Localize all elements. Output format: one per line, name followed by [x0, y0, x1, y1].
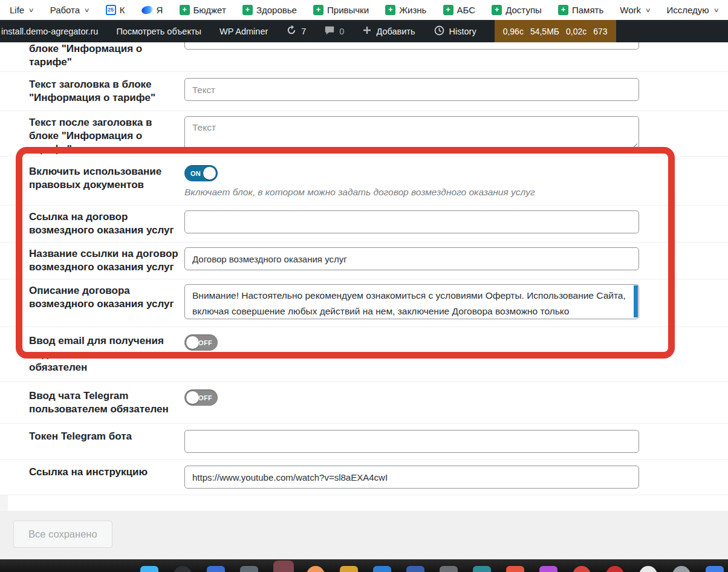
- taskbar-folder-app-icon[interactable]: [340, 566, 358, 572]
- updates-count: 7: [301, 27, 306, 36]
- view-objects-link[interactable]: Посмотреть объекты: [116, 27, 201, 36]
- taskbar-highlighted-red-app-icon[interactable]: [273, 561, 294, 572]
- bookmark-item[interactable]: +Здоровье: [242, 5, 297, 15]
- bookmark-label: Я: [157, 5, 163, 15]
- settings-row: Текст после заголовка в блоке "Информаци…: [0, 111, 728, 157]
- toggle-knob: [186, 391, 199, 404]
- bookmark-item[interactable]: Life∨: [10, 5, 34, 15]
- taskbar-white-app-icon[interactable]: [639, 566, 657, 572]
- tariff-title-text-input[interactable]: [184, 78, 639, 101]
- bookmark-label: АБС: [457, 5, 476, 15]
- settings-row: Ввод чата Telegram пользователем обязате…: [0, 382, 728, 424]
- history-link[interactable]: History: [434, 25, 476, 38]
- bookmark-item[interactable]: Work∨: [620, 5, 650, 15]
- settings-form: блоке "Информация о тарифе" Текст заголо…: [0, 42, 728, 495]
- google-sheets-icon: +: [492, 5, 502, 15]
- qm-queries: 673: [593, 27, 607, 36]
- taskbar-windows-start-icon[interactable]: [140, 566, 158, 572]
- wp-admin-bar: install.demo-agregator.ru Посмотреть объ…: [0, 20, 728, 42]
- taskbar-notes-app-icon[interactable]: [506, 566, 524, 572]
- bookmark-item[interactable]: +Память: [558, 5, 603, 15]
- bookmark-item[interactable]: Я: [141, 5, 163, 15]
- field-label: Ссылка на инструкцию: [29, 466, 184, 479]
- wp-adminer-link[interactable]: WP Adminer: [219, 27, 268, 36]
- qm-memory: 54,5МБ: [530, 27, 559, 36]
- browser-bookmarks-bar: Life∨Работа∨25КЯ+Бюджет+Здоровье+Привычк…: [0, 0, 728, 20]
- chevron-down-icon: ∨: [84, 7, 90, 13]
- chevron-down-icon: ∨: [28, 7, 34, 13]
- contract-description-textarea[interactable]: Внимание! Настоятельно рекомендуем ознак…: [184, 284, 639, 319]
- query-monitor-stats[interactable]: 0,96с 54,5МБ 0,02с 673: [495, 20, 616, 42]
- bookmark-label: Work: [620, 5, 641, 15]
- plus-icon: [362, 25, 372, 37]
- chevron-down-icon: ∨: [713, 7, 719, 13]
- bookmark-item[interactable]: +Жизнь: [385, 5, 426, 15]
- google-calendar-icon: 25: [106, 5, 116, 15]
- comments-count: 0: [339, 27, 344, 36]
- field-label: Описание договора возмездного оказания у…: [29, 284, 184, 311]
- updates-link[interactable]: 7: [286, 25, 306, 37]
- history-clock-icon: [434, 25, 445, 38]
- field-description: Включает блок, в котором можно задать до…: [184, 187, 728, 198]
- bookmark-item[interactable]: 25К: [106, 5, 125, 15]
- taskbar-teal-window-app-icon[interactable]: [473, 566, 491, 572]
- bookmark-label: Life: [10, 5, 24, 15]
- bookmark-label: Здоровье: [256, 5, 297, 15]
- field-label: Ссылка на договор возмездного оказания у…: [29, 210, 184, 237]
- taskbar-red-circle-app-icon[interactable]: [606, 566, 624, 572]
- bookmark-label: Доступы: [505, 5, 542, 15]
- toggle-knob: [203, 167, 216, 180]
- os-taskbar: [0, 559, 728, 572]
- site-name-label: install.demo-agregator.ru: [1, 27, 98, 36]
- taskbar-sphere-app-icon[interactable]: [672, 566, 691, 572]
- tariff-after-title-textarea[interactable]: [184, 116, 639, 151]
- settings-row: Ссылка на договор возмездного оказания у…: [0, 206, 728, 242]
- save-button[interactable]: Все сохранено: [13, 521, 112, 548]
- textarea-scrollbar[interactable]: [634, 285, 638, 317]
- field-label: Токен Telegram бота: [29, 430, 184, 443]
- instruction-link-input[interactable]: [184, 466, 639, 489]
- telegram-bot-token-input[interactable]: [184, 430, 639, 453]
- taskbar-blue-panel-app-icon[interactable]: [207, 566, 225, 572]
- contract-link-input[interactable]: [184, 210, 639, 233]
- toggle-knob: [186, 336, 199, 349]
- bookmark-item[interactable]: +АБС: [443, 5, 476, 15]
- comment-bubble-icon: [324, 25, 335, 37]
- settings-row: Ссылка на инструкцию: [0, 460, 728, 495]
- settings-row: Описание договора возмездного оказания у…: [0, 279, 728, 327]
- taskbar-blue-small-app-icon[interactable]: [706, 566, 724, 572]
- field-label: Текст после заголовка в блоке "Информаци…: [29, 116, 184, 156]
- field-label: блоке "Информация о тарифе": [29, 42, 184, 69]
- field-label: Ввод чата Telegram пользователем обязате…: [29, 389, 184, 416]
- bookmark-label: Привычки: [327, 5, 369, 15]
- updates-icon: [286, 25, 297, 37]
- google-sheets-icon: +: [443, 5, 453, 15]
- contract-link-name-input[interactable]: [184, 247, 639, 270]
- taskbar-monitor-app-icon[interactable]: [240, 566, 258, 572]
- field-label: Название ссылки на договор возмездного о…: [29, 247, 184, 274]
- taskbar-frame-app-icon[interactable]: [373, 566, 391, 572]
- bookmark-item[interactable]: Работа∨: [50, 5, 89, 15]
- taskbar-terminal-app-icon[interactable]: [440, 566, 458, 572]
- settings-row: Название ссылки на договор возмездного о…: [0, 242, 728, 279]
- add-new-link[interactable]: Добавить: [362, 25, 415, 37]
- legal-docs-toggle[interactable]: ON: [184, 165, 218, 181]
- taskbar-purple-app-icon[interactable]: [539, 566, 557, 572]
- taskbar-orange-circle-app-icon[interactable]: [307, 566, 325, 572]
- bookmark-label: Жизнь: [399, 5, 426, 15]
- email-required-toggle[interactable]: OFF: [184, 334, 218, 351]
- qm-db-time: 0,02с: [566, 27, 587, 36]
- bookmark-item[interactable]: +Доступы: [492, 5, 542, 15]
- taskbar-files-app-icon[interactable]: [406, 566, 424, 572]
- taskbar-red-oval-app-icon[interactable]: [573, 566, 591, 572]
- qm-page-time: 0,96с: [503, 27, 524, 36]
- bookmark-item[interactable]: Исследую∨: [667, 5, 718, 15]
- comments-link[interactable]: 0: [324, 25, 344, 37]
- settings-row: Текст заголовка в блоке "Информация о та…: [0, 72, 728, 111]
- bookmark-item[interactable]: +Привычки: [313, 5, 369, 15]
- telegram-chat-required-toggle[interactable]: OFF: [184, 389, 218, 406]
- taskbar-dark-browser-icon[interactable]: [174, 566, 192, 572]
- site-name-link[interactable]: install.demo-agregator.ru: [1, 27, 98, 36]
- bookmark-item[interactable]: +Бюджет: [180, 5, 226, 15]
- settings-row: Токен Telegram бота: [0, 424, 728, 460]
